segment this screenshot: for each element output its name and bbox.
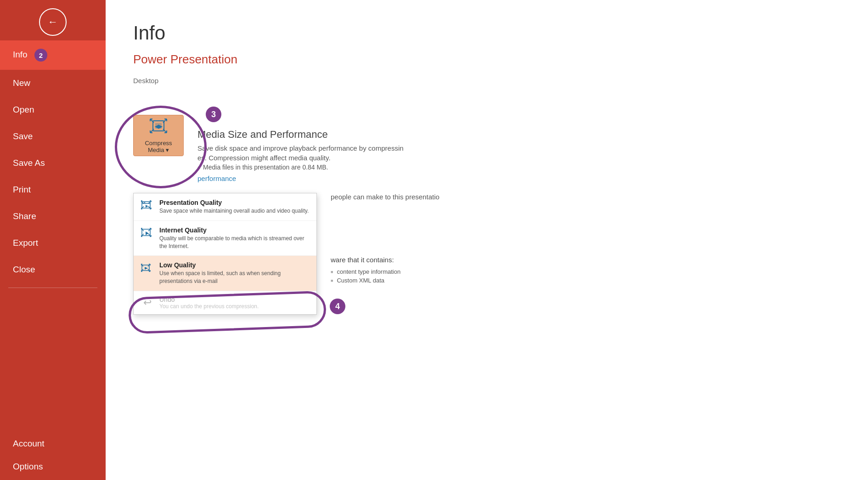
right-info-item1: content type information xyxy=(331,267,850,276)
sidebar-item-save-as-label: Save As xyxy=(13,158,45,168)
compress-media-label: CompressMedia ▾ xyxy=(145,140,172,153)
media-section-title: Media Size and Performance xyxy=(197,129,404,141)
right-info-section2: ware that it contains: content type info… xyxy=(331,256,850,285)
media-section: Media Size and Performance Save disk spa… xyxy=(197,129,404,183)
undo-icon: ↩ xyxy=(141,297,154,309)
sidebar-item-new-label: New xyxy=(13,78,30,88)
main-content: Info Power Presentation Desktop Media Si… xyxy=(106,0,868,480)
sidebar-divider xyxy=(8,288,97,288)
svg-line-33 xyxy=(141,228,144,231)
sidebar-item-print[interactable]: Print xyxy=(0,176,106,203)
svg-line-36 xyxy=(148,228,151,231)
sidebar-item-export[interactable]: Export xyxy=(0,230,106,256)
presentation-quality-title: Presentation Quality xyxy=(159,199,309,206)
page-title: Info xyxy=(133,22,840,44)
undo-desc: You can undo the previous compression. xyxy=(159,303,259,310)
compress-icon: ◀▶ xyxy=(149,118,168,137)
sidebar-item-export-label: Export xyxy=(13,238,38,248)
sidebar-item-options-label: Options xyxy=(13,462,43,471)
presentation-quality-desc: Save space while maintaining overall aud… xyxy=(159,207,309,215)
file-location: Desktop xyxy=(133,77,840,85)
annotation-badge-4: 4 xyxy=(330,299,345,314)
media-section-desc2: es. Compression might affect media quali… xyxy=(197,154,404,162)
low-quality-title: Low Quality xyxy=(159,261,309,269)
svg-marker-46 xyxy=(145,267,148,270)
internet-quality-desc: Quality will be comparable to media whic… xyxy=(159,235,309,250)
sidebar-nav: Info 2 New Open Save Save As Print Share… xyxy=(0,40,106,480)
dropdown-item-internet-quality[interactable]: Internet Quality Quality will be compara… xyxy=(134,221,316,256)
file-location-text: Desktop xyxy=(133,77,158,85)
svg-line-22 xyxy=(148,201,151,203)
right-info-section1: people can make to this presentatio xyxy=(331,193,850,201)
svg-line-28 xyxy=(148,206,151,209)
sidebar-item-share[interactable]: Share xyxy=(0,203,106,230)
svg-text:◀▶: ◀▶ xyxy=(154,124,163,129)
right-info-item2: Custom XML data xyxy=(331,276,850,285)
internet-quality-text: Internet Quality Quality will be compara… xyxy=(159,226,309,250)
media-section-desc1: Save disk space and improve playback per… xyxy=(197,144,404,152)
media-size-text: Media files in this presentation are 0.8… xyxy=(197,164,404,171)
sidebar-item-close-label: Close xyxy=(13,265,35,274)
dropdown-item-low-quality[interactable]: Low Quality Use when space is limited, s… xyxy=(134,256,316,291)
back-arrow-icon: ← xyxy=(48,16,58,28)
sidebar-item-open-label: Open xyxy=(13,105,34,114)
sidebar-item-close[interactable]: Close xyxy=(0,256,106,283)
sidebar-item-save[interactable]: Save xyxy=(0,123,106,150)
compress-dropdown: Presentation Quality Save space while ma… xyxy=(133,193,317,315)
sidebar-item-new[interactable]: New xyxy=(0,70,106,96)
undo-title: Undo xyxy=(159,296,259,303)
internet-quality-title: Internet Quality xyxy=(159,226,309,234)
optimize-link[interactable]: performance xyxy=(197,175,236,182)
sidebar-badge-info: 2 xyxy=(34,49,47,62)
low-quality-text: Low Quality Use when space is limited, s… xyxy=(159,261,309,285)
low-quality-icon xyxy=(141,262,154,277)
sidebar-item-info-label: Info xyxy=(13,50,28,59)
presentation-quality-icon xyxy=(141,200,154,215)
presentation-quality-text: Presentation Quality Save space while ma… xyxy=(159,199,309,215)
dropdown-item-presentation-quality[interactable]: Presentation Quality Save space while ma… xyxy=(134,193,316,221)
svg-marker-18 xyxy=(146,205,148,208)
svg-line-19 xyxy=(141,201,144,203)
undo-text: Undo You can undo the previous compressi… xyxy=(159,296,259,310)
back-button[interactable]: ← xyxy=(39,8,67,36)
svg-line-42 xyxy=(148,234,151,237)
svg-line-25 xyxy=(141,206,144,209)
file-title: Power Presentation xyxy=(133,52,840,67)
sidebar-item-info[interactable]: Info 2 xyxy=(0,40,106,70)
svg-marker-32 xyxy=(146,232,149,235)
internet-quality-icon xyxy=(141,227,154,242)
svg-point-17 xyxy=(144,202,145,203)
sidebar-item-print-label: Print xyxy=(13,185,31,194)
compress-media-button-area: ◀▶ CompressMedia ▾ xyxy=(133,115,184,156)
right-info-title2: ware that it contains: xyxy=(331,256,850,264)
annotation-badge-3: 3 xyxy=(206,107,221,122)
sidebar-item-save-label: Save xyxy=(13,131,33,141)
svg-line-39 xyxy=(141,234,144,237)
sidebar-item-save-as[interactable]: Save As xyxy=(0,150,106,176)
sidebar-item-share-label: Share xyxy=(13,211,36,221)
right-info-panel: people can make to this presentatio ware… xyxy=(331,193,850,285)
sidebar-item-open[interactable]: Open xyxy=(0,96,106,123)
sidebar-item-options[interactable]: Options xyxy=(0,453,106,480)
low-quality-desc: Use when space is limited, such as when … xyxy=(159,270,309,285)
sidebar-item-account-label: Account xyxy=(13,439,45,448)
sidebar: ← Info 2 New Open Save Save As Print Sha… xyxy=(0,0,106,480)
dropdown-undo: ↩ Undo You can undo the previous compres… xyxy=(134,291,316,314)
sidebar-item-account[interactable]: Account xyxy=(0,430,106,453)
compress-media-button[interactable]: ◀▶ CompressMedia ▾ xyxy=(133,115,184,156)
right-info-desc1: people can make to this presentatio xyxy=(331,193,850,201)
